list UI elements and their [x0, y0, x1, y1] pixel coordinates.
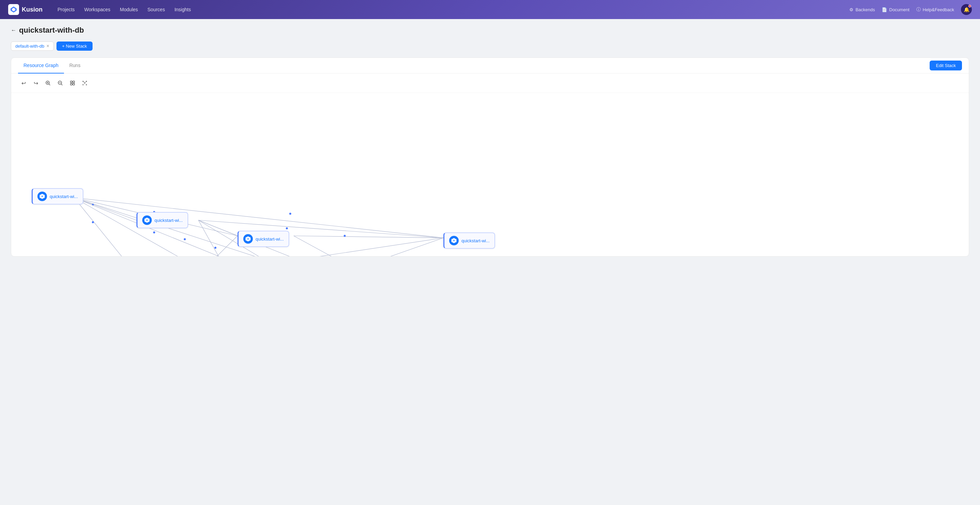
svg-line-44 — [198, 238, 443, 256]
svg-line-33 — [198, 220, 237, 256]
node-4[interactable]: quickstart-wi... — [237, 231, 289, 247]
svg-line-17 — [85, 81, 86, 83]
backends-label: Backends — [856, 7, 875, 12]
page-title: quickstart-with-db — [19, 26, 84, 35]
svg-line-1 — [49, 84, 50, 85]
stack-tabs: default-with-db ✕ + New Stack — [11, 41, 969, 51]
graph-canvas: quickstart-wi... quickstart-wi... quicks… — [11, 93, 969, 256]
edit-stack-button[interactable]: Edit Stack — [930, 61, 962, 70]
svg-point-47 — [344, 235, 346, 237]
layout-button[interactable] — [79, 78, 90, 88]
graph-toolbar: ↩ ↪ — [11, 73, 969, 93]
svg-rect-8 — [73, 81, 75, 83]
back-button[interactable]: ← — [11, 27, 16, 33]
svg-point-25 — [153, 231, 155, 233]
svg-rect-9 — [70, 83, 72, 85]
svg-line-39 — [198, 236, 237, 256]
svg-point-34 — [184, 238, 186, 240]
logo-diamond — [8, 4, 19, 15]
svg-rect-10 — [73, 83, 75, 85]
backends-btn[interactable]: ⚙ Backends — [850, 7, 875, 12]
k8s-icon-4 — [243, 234, 253, 244]
k8s-icon-7 — [449, 236, 459, 245]
node-4-label: quickstart-wi... — [256, 236, 284, 242]
stack-tab-label: default-with-db — [15, 43, 44, 49]
svg-point-37 — [286, 227, 288, 229]
svg-line-36 — [198, 220, 443, 238]
svg-point-13 — [83, 84, 84, 85]
new-stack-button[interactable]: + New Stack — [56, 41, 92, 51]
tab-resource-graph[interactable]: Resource Graph — [18, 58, 64, 73]
node-2[interactable]: quickstart-wi... — [137, 212, 188, 228]
svg-line-46 — [294, 236, 443, 238]
svg-point-14 — [86, 84, 87, 85]
navbar: Kusion Projects Workspaces Modules Sourc… — [0, 0, 980, 19]
svg-line-18 — [74, 198, 137, 220]
nav-insights[interactable]: Insights — [170, 5, 195, 14]
redo-button[interactable]: ↪ — [30, 78, 41, 88]
svg-rect-7 — [70, 81, 72, 83]
logo-text: Kusion — [22, 6, 43, 13]
nav-projects[interactable]: Projects — [53, 5, 79, 14]
node-2-label: quickstart-wi... — [154, 218, 183, 223]
svg-line-16 — [83, 81, 85, 83]
notification-dot — [969, 5, 971, 8]
user-avatar[interactable]: 🔔 — [961, 4, 972, 15]
document-btn[interactable]: 📄 Document — [882, 7, 909, 12]
svg-point-27 — [215, 247, 216, 249]
k8s-icon-2 — [142, 215, 152, 225]
backends-icon: ⚙ — [850, 7, 853, 12]
svg-line-26 — [74, 198, 341, 256]
stack-tab-default[interactable]: default-with-db ✕ — [11, 41, 54, 51]
graph-container: Resource Graph Runs Edit Stack ↩ ↪ — [11, 57, 969, 256]
nav-sources[interactable]: Sources — [143, 5, 169, 14]
svg-line-50 — [294, 238, 443, 256]
undo-button[interactable]: ↩ — [18, 78, 29, 88]
navbar-right: ⚙ Backends 📄 Document ⓘ Help&Feedback 🔔 — [850, 4, 972, 15]
node-7[interactable]: quickstart-wi... — [443, 233, 495, 249]
svg-point-21 — [92, 221, 94, 223]
svg-line-31 — [198, 220, 237, 236]
help-btn[interactable]: ⓘ Help&Feedback — [916, 6, 955, 13]
help-icon: ⓘ — [916, 6, 921, 13]
page-content: ← quickstart-with-db default-with-db ✕ +… — [0, 19, 980, 263]
svg-line-5 — [61, 84, 63, 85]
help-label: Help&Feedback — [923, 7, 955, 12]
svg-point-19 — [92, 204, 94, 206]
tab-runs[interactable]: Runs — [64, 58, 86, 73]
avatar-icon: 🔔 — [964, 7, 969, 12]
svg-line-48 — [294, 236, 443, 256]
nav-modules[interactable]: Modules — [116, 5, 142, 14]
logo-link[interactable]: Kusion — [8, 4, 43, 15]
graph-header: Resource Graph Runs Edit Stack — [11, 58, 969, 73]
zoom-in-button[interactable] — [43, 78, 53, 88]
node-1-label: quickstart-wi... — [50, 194, 78, 199]
svg-point-29 — [289, 213, 291, 215]
svg-line-38 — [198, 220, 443, 256]
nav-workspaces[interactable]: Workspaces — [80, 5, 115, 14]
svg-line-20 — [74, 198, 137, 256]
graph-tabs: Resource Graph Runs — [18, 58, 86, 73]
node-1[interactable]: quickstart-wi... — [32, 188, 83, 204]
back-row: ← quickstart-with-db — [11, 26, 969, 35]
zoom-out-button[interactable] — [55, 78, 66, 88]
fit-button[interactable] — [67, 78, 78, 88]
node-7-label: quickstart-wi... — [461, 238, 490, 243]
document-icon: 📄 — [882, 7, 887, 12]
k8s-icon-1 — [37, 191, 47, 201]
stack-tab-close[interactable]: ✕ — [46, 44, 49, 48]
connections-svg — [11, 93, 969, 256]
svg-line-30 — [74, 198, 443, 256]
document-label: Document — [889, 7, 909, 12]
navbar-nav: Projects Workspaces Modules Sources Insi… — [53, 5, 838, 14]
